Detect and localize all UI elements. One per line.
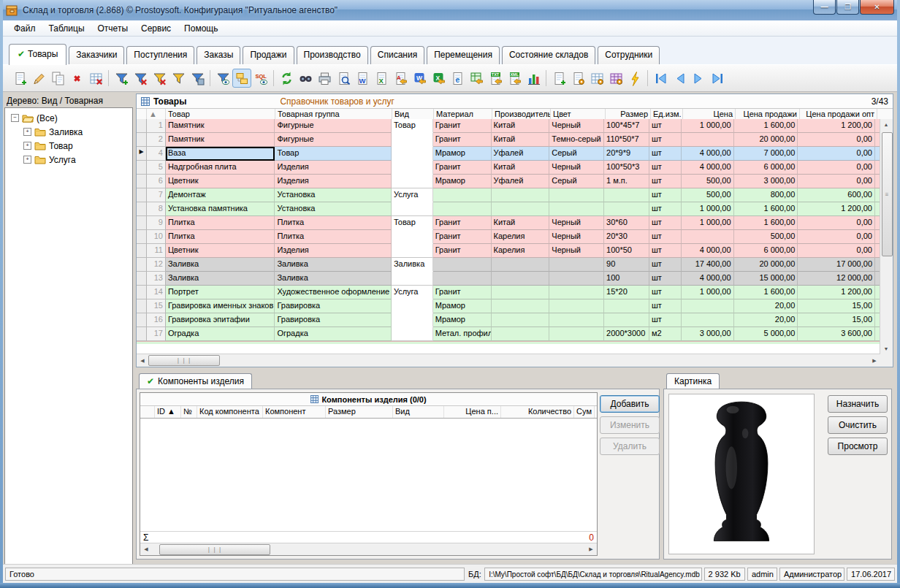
column-header-ID[interactable]: ID ▲ [155,406,181,418]
table-row[interactable]: 10ПлиткаПлиткаГранитКарелияЧерный20*30шт… [137,230,880,244]
table-row[interactable]: 1ПамятникФигурныеТоварГранитКитайЧерный1… [137,119,880,133]
table-cell[interactable]: 7 000,00 [734,147,798,161]
table-row[interactable]: 12ЗаливкаЗаливкаЗаливка90шт17 400,0020 0… [137,258,880,272]
table-cell[interactable]: 3 000,00 [734,175,798,188]
table-cell[interactable]: 0,00 [798,147,875,161]
table-cell[interactable]: 5 000,00 [734,327,798,341]
tab-Товары[interactable]: ✔Товары [9,44,66,65]
table-cell[interactable]: Товар [275,147,392,161]
table-cell[interactable]: 1 200,00 [798,202,875,216]
table-cell[interactable]: Демонтаж [166,188,275,202]
export-word-icon[interactable]: W [353,69,372,88]
table-row[interactable]: 11ЦветникИзделияГранитКарелияЧерный100*5… [137,244,880,258]
column-header-Материал[interactable]: Материал [434,109,492,120]
table-cell[interactable]: Памятник [166,119,275,133]
table-cell[interactable]: 6 000,00 [734,161,798,175]
table-cell[interactable] [392,230,433,244]
tree-node-Заливка[interactable]: +Заливка [18,125,132,139]
filter-folder-icon[interactable] [169,69,188,88]
nav-last-icon[interactable] [708,69,727,88]
table-cell[interactable]: Плитка [275,230,392,244]
table-cell[interactable]: 1 000,00 [682,119,734,133]
table-cell[interactable]: Фигурные [275,119,392,133]
copy-record-icon[interactable] [48,69,67,88]
tab-Состояние складов[interactable]: Состояние складов [502,46,595,64]
column-header-Цена продажи[interactable]: Цена продажи [736,109,800,120]
sql-view-icon[interactable]: SQL [251,69,270,88]
table-cell[interactable]: шт [649,175,682,188]
table-cell[interactable]: 15*20 [604,286,649,299]
table-cell[interactable]: Заливка [392,258,433,272]
components-horizontal-scrollbar[interactable]: ◀ ❘❘❘ ▶ [140,543,597,555]
table-cell[interactable]: 1 000,00 [682,286,734,299]
table-cell[interactable] [549,286,604,299]
table-cell[interactable]: Гравировка именных знаков [166,299,275,313]
table-cell[interactable]: Мрамор [433,313,492,327]
table-cell[interactable]: 1 200,00 [798,119,875,133]
table-cell[interactable] [492,188,550,202]
table-cell[interactable] [392,327,433,341]
table-cell[interactable]: 20 000,00 [734,258,798,272]
export-html-icon[interactable]: e [448,69,467,88]
table-cell[interactable]: Товар [392,216,433,230]
table-cell[interactable]: Метал. профиль [433,327,492,341]
table-cell[interactable] [549,188,604,202]
table-cell[interactable] [604,299,649,313]
table-cell[interactable]: шт [649,202,682,216]
menu-item-Файл[interactable]: Файл [7,22,42,35]
table-settings-icon[interactable] [587,69,606,88]
table-cell[interactable]: шт [649,216,682,230]
scroll-thumb[interactable]: ❘❘❘ [148,355,220,366]
table-cell[interactable]: 3 600,00 [798,327,875,341]
table-cell[interactable] [392,202,433,216]
scroll-thumb[interactable]: ❘❘❘ [159,544,270,555]
Очистить-button[interactable]: Очистить [828,416,888,434]
maximize-button[interactable]: ❐ [836,0,859,15]
column-header-Цена продажи опт[interactable]: Цена продажи опт [800,109,877,120]
table-cell[interactable]: 15 000,00 [734,272,798,286]
table-cell[interactable]: Серый [549,147,604,161]
filter-view-icon[interactable] [213,69,232,88]
table-cell[interactable]: 500,00 [682,175,734,188]
table-cell[interactable]: шт [649,258,682,272]
table-cell[interactable] [682,313,734,327]
table-row[interactable]: 17ОградкаОградкаМетал. профиль2000*3000м… [137,327,880,341]
form-properties-icon[interactable] [568,69,587,88]
table-cell[interactable]: 20*9*9 [604,147,649,161]
table-cell[interactable]: Мрамор [433,175,492,188]
export-txt-icon[interactable]: TXT [486,69,505,88]
table-cell[interactable] [433,202,492,216]
actions-icon[interactable] [625,69,644,88]
table-cell[interactable]: шт [649,161,682,175]
nav-prev-icon[interactable] [670,69,689,88]
tab-components[interactable]: ✔Компоненты изделия [139,373,252,389]
close-button[interactable]: ✕ [860,0,894,15]
column-header-Цена п...[interactable]: Цена п... [444,406,501,418]
nav-first-icon[interactable] [651,69,670,88]
column-header-Цвет[interactable]: Цвет [551,109,606,120]
chart-icon[interactable] [524,69,543,88]
preview-icon[interactable] [334,69,353,88]
table-cell[interactable]: 17 000,00 [798,258,875,272]
column-header-Компонент[interactable]: Компонент [263,406,326,418]
menu-item-Помощь[interactable]: Помощь [178,22,224,35]
table-row[interactable]: 16Гравировка эпитафииГравировкаМраморшт2… [137,313,880,327]
table-cell[interactable]: 1 200,00 [798,286,875,299]
table-cell[interactable]: Гравировка [275,299,392,313]
table-cell[interactable]: 0,00 [798,133,875,147]
table-cell[interactable]: Мрамор [433,147,492,161]
table-cell[interactable]: 100*50 [604,244,649,258]
menu-item-Сервис[interactable]: Сервис [134,22,178,35]
table-cell[interactable] [433,258,492,272]
table-cell[interactable]: шт [649,272,682,286]
tab-picture[interactable]: Картинка [666,373,720,389]
table-cell[interactable]: Гранит [433,216,492,230]
table-cell[interactable]: 500,00 [734,230,798,244]
table-cell[interactable]: 4 000,00 [682,161,734,175]
tree-node-root[interactable]: −(Все) [5,111,132,125]
table-cell[interactable]: 1 600,00 [734,202,798,216]
table-cell[interactable]: Мрамор [433,299,492,313]
export-csv-icon[interactable] [467,69,486,88]
delete-record-icon[interactable] [67,69,86,88]
column-header-Ед.изм.[interactable]: Ед.изм. [651,109,683,120]
